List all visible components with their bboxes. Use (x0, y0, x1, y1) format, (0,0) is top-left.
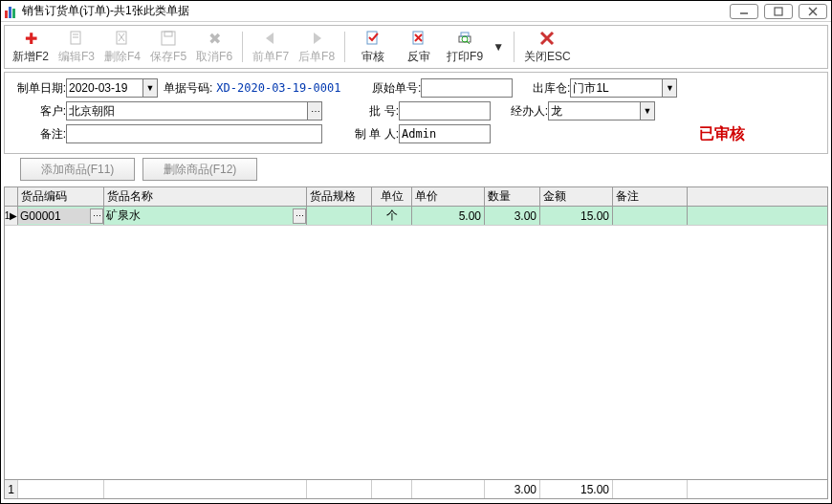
handler-field[interactable]: ▼ (548, 101, 655, 121)
close-button[interactable] (799, 4, 827, 19)
titlebar: 销售订货单(订单)-共1张此类单据 (1, 1, 831, 22)
cell-note[interactable] (613, 207, 688, 225)
delete-icon (113, 29, 132, 48)
grid-header-code[interactable]: 货品编码 (18, 187, 104, 206)
window-title: 销售订货单(订单)-共1张此类单据 (22, 3, 724, 19)
toolbar-separator (514, 32, 515, 62)
grid-header-indicator (5, 187, 18, 206)
remark-input[interactable] (66, 124, 322, 143)
items-grid: 货品编码 货品名称 货品规格 单位 单价 数量 金额 备注 1▶ G00001 … (4, 186, 828, 499)
minimize-button[interactable] (730, 4, 758, 19)
date-field[interactable]: ▼ (66, 78, 158, 98)
chevron-down-icon: ▼ (493, 40, 504, 54)
save-button[interactable]: 保存F5 (146, 28, 190, 66)
date-input[interactable] (66, 78, 142, 98)
footer-amt: 15.00 (540, 480, 613, 498)
arrow-right-icon (307, 29, 326, 48)
svg-rect-17 (461, 33, 469, 36)
audit-icon (363, 29, 383, 48)
batch-input[interactable] (399, 101, 491, 121)
warehouse-label: 出库仓: (526, 80, 570, 97)
new-button[interactable]: ✚ 新增F2 (9, 28, 53, 66)
origno-label: 原始单号: (367, 80, 421, 97)
form-area: 制单日期: ▼ 单据号码: XD-2020-03-19-0001 原始单号: 出… (4, 72, 828, 154)
delete-button[interactable]: 删除F4 (100, 28, 144, 66)
print-button[interactable]: 打印F9 (443, 28, 487, 66)
grid-header-unit[interactable]: 单位 (372, 187, 412, 206)
status-badge: 已审核 (699, 124, 745, 144)
delete-item-button[interactable]: 删除商品(F12) (142, 158, 257, 181)
arrow-left-icon (261, 29, 280, 48)
warehouse-field[interactable]: ▼ (570, 78, 677, 98)
toolbar: ✚ 新增F2 编辑F3 删除F4 保存F5 ✖ 取消F6 (4, 25, 828, 69)
unaudit-button[interactable]: 反审 (397, 28, 441, 66)
minimize-icon (738, 8, 750, 15)
grid-footer: 1 3.00 15.00 (5, 479, 827, 498)
lookup-icon[interactable]: ⋯ (90, 208, 103, 224)
next-button[interactable]: 后单F8 (295, 28, 339, 66)
footer-indicator: 1 (5, 480, 18, 498)
print-icon (455, 29, 474, 48)
grid-body: 1▶ G00001 ⋯ 矿泉水 ⋯ 个 5.00 3.00 1 (5, 207, 827, 479)
edit-icon (67, 29, 86, 48)
customer-field[interactable]: ⋯ (66, 101, 322, 121)
toolbar-separator (344, 32, 345, 62)
cancel-button[interactable]: ✖ 取消F6 (192, 28, 236, 66)
unaudit-icon (409, 29, 428, 48)
origno-input[interactable] (421, 78, 513, 98)
add-item-button[interactable]: 添加商品(F11) (20, 158, 135, 181)
svg-rect-11 (164, 32, 172, 36)
window: 销售订货单(订单)-共1张此类单据 ✚ 新增F2 编辑F3 删除F4 (0, 0, 832, 504)
customer-label: 客户: (11, 103, 66, 120)
chevron-down-icon[interactable]: ▼ (662, 78, 677, 98)
grid-header-price[interactable]: 单价 (412, 187, 485, 206)
row-indicator: 1▶ (5, 207, 18, 225)
cell-spec[interactable] (307, 207, 372, 225)
cell-qty[interactable]: 3.00 (485, 207, 540, 225)
grid-header-note[interactable]: 备注 (613, 187, 688, 206)
footer-qty: 3.00 (485, 480, 540, 498)
handler-input[interactable] (548, 101, 640, 121)
edit-button[interactable]: 编辑F3 (55, 28, 99, 66)
cancel-icon: ✖ (205, 29, 224, 48)
prev-button[interactable]: 前单F7 (249, 28, 293, 66)
item-button-row: 添加商品(F11) 删除商品(F12) (1, 158, 831, 186)
docno-value: XD-2020-03-19-0001 (212, 81, 344, 95)
grid-header-qty[interactable]: 数量 (485, 187, 540, 206)
docno-label: 单据号码: (164, 80, 212, 97)
chevron-down-icon[interactable]: ▼ (640, 101, 655, 121)
svg-rect-10 (162, 32, 175, 45)
cell-code[interactable]: G00001 ⋯ (18, 207, 104, 225)
close-icon (808, 7, 818, 16)
handler-label: 经办人: (504, 103, 548, 120)
chevron-down-icon[interactable]: ▼ (142, 78, 158, 98)
close-x-icon (537, 29, 557, 48)
customer-input[interactable] (66, 101, 307, 121)
cell-name[interactable]: 矿泉水 ⋯ (104, 207, 307, 225)
save-icon (159, 29, 178, 48)
plus-icon: ✚ (21, 29, 40, 48)
grid-row[interactable]: 1▶ G00001 ⋯ 矿泉水 ⋯ 个 5.00 3.00 1 (5, 207, 827, 226)
date-label: 制单日期: (11, 80, 66, 97)
grid-header-spec[interactable]: 货品规格 (307, 187, 372, 206)
toolbar-separator (242, 32, 243, 62)
cell-price[interactable]: 5.00 (412, 207, 485, 225)
batch-label: 批 号: (345, 103, 399, 120)
audit-button[interactable]: 审核 (351, 28, 395, 66)
close-esc-button[interactable]: 关闭ESC (520, 28, 575, 66)
lookup-icon[interactable]: ⋯ (293, 208, 306, 224)
maker-label: 制 单 人: (345, 126, 399, 142)
print-dropdown[interactable]: ▼ (489, 28, 508, 66)
cell-unit[interactable]: 个 (372, 207, 412, 225)
grid-header: 货品编码 货品名称 货品规格 单位 单价 数量 金额 备注 (5, 187, 827, 207)
grid-header-amt[interactable]: 金额 (540, 187, 613, 206)
lookup-icon[interactable]: ⋯ (307, 101, 322, 121)
svg-rect-16 (459, 36, 471, 42)
warehouse-input[interactable] (570, 78, 662, 98)
cell-amt[interactable]: 15.00 (540, 207, 613, 225)
remark-label: 备注: (11, 126, 66, 142)
maximize-icon (774, 7, 783, 16)
maximize-button[interactable] (764, 4, 793, 19)
maker-input[interactable] (399, 124, 491, 143)
grid-header-name[interactable]: 货品名称 (104, 187, 307, 206)
